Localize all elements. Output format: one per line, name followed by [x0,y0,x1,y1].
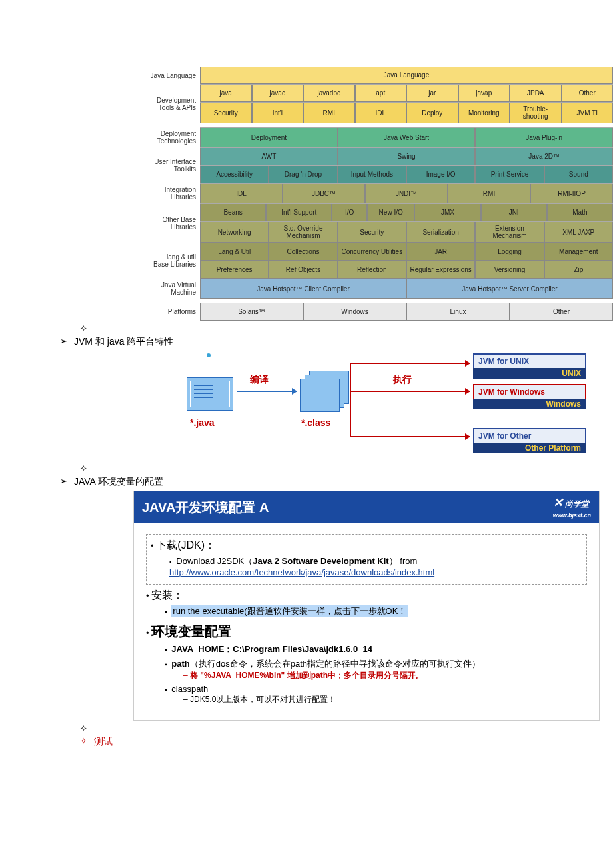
cell-awt: AWT [200,148,338,165]
cell-hotspot-client: Java Hotspot™ Client Compiler [200,279,406,299]
cell-serialization: Serialization [406,222,475,243]
label-java-ext: *.java [190,417,215,428]
cell-other-plat: Other [510,303,613,321]
item-envvar: 环境变量配置 [151,624,231,639]
cell-collections: Collections [269,243,337,261]
cell-solaris: Solaris™ [200,303,303,321]
cell-hotspot-server: Java Hotspot™ Server Compiler [406,279,613,299]
arrow-exec-up [350,363,470,364]
class-files-icon [300,371,346,411]
label-lang-util: lang & utilBase Libraries [153,253,196,268]
cell-versioning: Versioning [475,261,544,279]
cell-jndi: JNDI™ [365,184,448,203]
cell-rmi-tool: RMI [303,103,355,123]
platform-unix: UNIX [473,368,586,379]
cell-jar: jar [406,85,458,102]
cell-jmx: JMX [414,204,480,221]
cell-rmi: RMI [448,184,530,203]
cell-jar-lib: JAR [406,243,475,261]
cell-jvmti: JVM TI [562,103,614,123]
arrow-exec-down [350,436,470,437]
cell-java-language: Java Language [200,67,613,84]
cell-accessibility: Accessibility [200,166,269,183]
label-platforms: Platforms [168,308,196,315]
arrow-icon: ➢ [60,336,67,346]
cell-plugin: Java Plug-in [475,128,613,147]
jvm-windows-box: JVM for Windows [473,384,586,400]
cell-imageio: Image I/O [406,166,475,183]
label-class-ext: *.class [301,417,330,428]
label-dev-tools: DevelopmentTools & APIs [157,97,196,111]
cell-jdbc: JDBC™ [283,184,365,203]
cell-printservice: Print Service [475,166,544,183]
diamond-icon: ✧ [80,736,87,746]
arrow-exec1 [350,391,470,392]
cell-monitoring: Monitoring [458,103,510,123]
arrow-icon: ➢ [60,476,67,486]
cell-security-tool: Security [200,103,252,123]
cell-java2d: Java 2D™ [475,148,613,165]
cell-windows: Windows [303,303,406,321]
heading-env-config: JAVA 环境变量的配置 [74,476,163,488]
cell-javap: javap [458,85,510,102]
cell-zip: Zip [544,261,613,279]
slide-title: JAVA开发环境配置 A [142,499,269,517]
jvm-unix-box: JVM for UNIX [473,353,586,369]
cell-refobjects: Ref Objects [269,261,337,279]
decoration-dot [207,353,211,357]
cell-management: Management [544,243,613,261]
java-file-icon [187,377,233,411]
jdk-architecture-diagram: J2SE API Java Language Java Language Dev… [133,67,613,321]
jvm-other-box: JVM for Other [473,428,586,444]
arrow-branch-vert [350,363,351,437]
classpath-detail: JDK5.0以上版本，可以不对其进行配置！ [183,694,587,705]
cell-rmi-iiop: RMI-IIOP [530,184,613,203]
cell-idl: IDL [200,184,283,203]
cell-troubleshoot: Trouble-shooting [510,103,562,123]
cell-xmljaxp: XML JAXP [544,222,613,243]
cell-webstart: Java Web Start [338,128,476,147]
diamond-icon: ✧ [80,463,87,473]
cell-beans: Beans [200,204,266,221]
cell-stdoverride: Std. Override Mechanism [269,222,337,243]
slide-logo: ✕ 尚学堂www.bjsxt.cn [553,495,591,519]
cell-regex: Regular Expressions [406,261,475,279]
cell-intlsupport: Int'l Support [266,204,332,221]
label-deploy-tech: DeploymentTechnologies [157,130,196,145]
cell-extension: Extension Mechanism [475,222,544,243]
arrow-compile [237,391,297,392]
cell-math: Math [547,204,613,221]
cell-preferences: Preferences [200,261,269,279]
cell-networking: Networking [200,222,269,243]
label-ui-toolkits: User InterfaceToolkits [154,158,196,173]
heading-jvm-crossplatform: JVM 和 java 跨平台特性 [74,336,173,348]
cell-jni: JNI [481,204,547,221]
heading-test: 测试 [94,736,113,748]
label-other-base: Other BaseLibraries [162,216,196,231]
diamond-icon: ✧ [80,723,87,733]
platform-windows: Windows [473,399,586,409]
cell-swing: Swing [338,148,476,165]
label-execute: 执行 [393,374,412,386]
label-java-language: Java Language [151,72,196,79]
download-link[interactable]: http://www.oracle.com/technetwork/java/j… [169,567,434,577]
label-integration: IntegrationLibraries [165,186,196,201]
cell-concurrency: Concurrency Utilities [338,243,406,261]
cell-javac: javac [252,85,304,102]
path-label: path [171,659,189,669]
cell-dragdrop: Drag 'n Drop [269,166,337,183]
cell-io: I/O [332,204,367,221]
cell-security: Security [338,222,406,243]
cell-linux: Linux [406,303,510,321]
cell-idl-tool: IDL [355,103,407,123]
classpath-label: classpath [171,684,208,694]
cell-sound: Sound [544,166,613,183]
label-jvm: Java VirtualMachine [161,281,196,296]
diamond-icon: ✧ [80,323,87,333]
path-detail: 将 "%JAVA_HOME%\bin" 增加到path中；多个目录用分号隔开。 [190,671,424,680]
cell-reflection: Reflection [338,261,406,279]
env-config-slide: JAVA开发环境配置 A ✕ 尚学堂www.bjsxt.cn • 下载(JDK)… [133,491,600,721]
cell-jpda: JPDA [510,85,562,102]
cell-deploy-tool: Deploy [406,103,458,123]
cell-intl-tool: Int'l [252,103,304,123]
